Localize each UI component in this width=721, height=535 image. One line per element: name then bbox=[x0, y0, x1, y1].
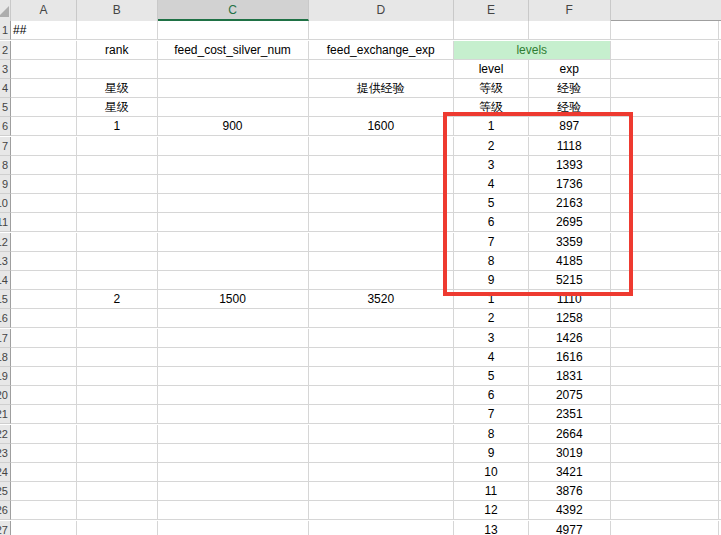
cell[interactable] bbox=[309, 137, 455, 156]
cell[interactable] bbox=[11, 463, 77, 482]
cell[interactable] bbox=[11, 271, 77, 290]
cell-E5[interactable]: 等级 bbox=[454, 98, 529, 117]
cell[interactable] bbox=[158, 271, 309, 290]
cell[interactable] bbox=[611, 252, 720, 271]
cell[interactable] bbox=[77, 137, 158, 156]
cell-F19[interactable]: 1831 bbox=[529, 367, 611, 386]
cell[interactable] bbox=[309, 329, 455, 348]
cell[interactable] bbox=[77, 367, 158, 386]
row-header-25[interactable]: 25 bbox=[0, 482, 11, 501]
column-header-B[interactable]: B bbox=[77, 0, 158, 21]
cell-F20[interactable]: 2075 bbox=[529, 386, 611, 405]
cell[interactable] bbox=[158, 194, 309, 213]
cell[interactable] bbox=[611, 444, 720, 463]
cell-F21[interactable]: 2351 bbox=[529, 405, 611, 424]
cell[interactable] bbox=[158, 367, 309, 386]
cell[interactable] bbox=[309, 175, 455, 194]
cell-E6[interactable]: 1 bbox=[454, 117, 529, 136]
cell[interactable] bbox=[158, 175, 309, 194]
cell[interactable] bbox=[77, 501, 158, 520]
cell-F17[interactable]: 1426 bbox=[529, 329, 611, 348]
cell[interactable] bbox=[309, 156, 455, 175]
row-header-3[interactable]: 3 bbox=[0, 60, 11, 79]
cell[interactable] bbox=[158, 501, 309, 520]
cell-C2[interactable]: feed_cost_silver_num bbox=[158, 41, 309, 60]
cell[interactable] bbox=[309, 444, 455, 463]
cell-F18[interactable]: 1616 bbox=[529, 348, 611, 367]
row-header-4[interactable]: 4 bbox=[0, 79, 11, 98]
cell[interactable] bbox=[309, 213, 455, 232]
row-header-17[interactable]: 17 bbox=[0, 329, 11, 348]
cell[interactable] bbox=[611, 425, 720, 444]
cell-E27[interactable]: 13 bbox=[454, 521, 529, 535]
cell[interactable] bbox=[11, 405, 77, 424]
cell-E18[interactable]: 4 bbox=[454, 348, 529, 367]
row-header-18[interactable]: 18 bbox=[0, 348, 11, 367]
cell[interactable] bbox=[309, 463, 455, 482]
cell[interactable] bbox=[158, 425, 309, 444]
cell[interactable] bbox=[11, 444, 77, 463]
cell-E15[interactable]: 1 bbox=[454, 290, 529, 309]
cell[interactable] bbox=[309, 271, 455, 290]
cell[interactable] bbox=[11, 175, 77, 194]
cell[interactable] bbox=[11, 60, 77, 79]
row-header-21[interactable]: 21 bbox=[0, 405, 11, 424]
cell[interactable] bbox=[611, 290, 720, 309]
cell[interactable] bbox=[77, 386, 158, 405]
cell[interactable] bbox=[309, 521, 455, 535]
row-header-26[interactable]: 26 bbox=[0, 501, 11, 520]
row-header-24[interactable]: 24 bbox=[0, 463, 11, 482]
cell[interactable] bbox=[309, 348, 455, 367]
cell[interactable] bbox=[611, 194, 720, 213]
cell-F24[interactable]: 3421 bbox=[529, 463, 611, 482]
cell[interactable] bbox=[611, 329, 720, 348]
row-header-11[interactable]: 11 bbox=[0, 213, 11, 232]
cell[interactable] bbox=[611, 501, 720, 520]
cell[interactable] bbox=[11, 501, 77, 520]
cell[interactable] bbox=[77, 463, 158, 482]
cell[interactable] bbox=[611, 233, 720, 252]
cell-E3[interactable]: level bbox=[454, 60, 529, 79]
cell[interactable] bbox=[309, 98, 455, 117]
cell-D15[interactable]: 3520 bbox=[309, 290, 455, 309]
cell-F22[interactable]: 2664 bbox=[529, 425, 611, 444]
cell-E22[interactable]: 8 bbox=[454, 425, 529, 444]
cell[interactable] bbox=[77, 405, 158, 424]
cell[interactable] bbox=[77, 252, 158, 271]
row-header-20[interactable]: 20 bbox=[0, 386, 11, 405]
merged-cell-levels[interactable]: levels bbox=[454, 41, 611, 60]
cell-B6[interactable]: 1 bbox=[77, 117, 158, 136]
cell[interactable] bbox=[309, 60, 455, 79]
cell-C6[interactable]: 900 bbox=[158, 117, 309, 136]
cell[interactable] bbox=[309, 233, 455, 252]
cell-F8[interactable]: 1393 bbox=[529, 156, 611, 175]
cell[interactable] bbox=[158, 329, 309, 348]
cell-E25[interactable]: 11 bbox=[454, 482, 529, 501]
cell[interactable] bbox=[309, 252, 455, 271]
cell-E10[interactable]: 5 bbox=[454, 194, 529, 213]
cell-E17[interactable]: 3 bbox=[454, 329, 529, 348]
column-header-C[interactable]: C bbox=[158, 0, 309, 21]
cell-F14[interactable]: 5215 bbox=[529, 271, 611, 290]
cell[interactable] bbox=[77, 233, 158, 252]
cell[interactable] bbox=[77, 482, 158, 501]
cell[interactable] bbox=[611, 98, 720, 117]
cell[interactable] bbox=[611, 521, 720, 535]
cell[interactable] bbox=[11, 425, 77, 444]
cell[interactable] bbox=[11, 79, 77, 98]
cell-B4[interactable]: 星级 bbox=[77, 79, 158, 98]
cell[interactable] bbox=[77, 175, 158, 194]
cell-E8[interactable]: 3 bbox=[454, 156, 529, 175]
cell[interactable] bbox=[77, 60, 158, 79]
cell-E16[interactable]: 2 bbox=[454, 309, 529, 328]
cell[interactable] bbox=[309, 194, 455, 213]
cell[interactable] bbox=[309, 21, 455, 40]
row-header-2[interactable]: 2 bbox=[0, 41, 11, 60]
cell[interactable] bbox=[158, 79, 309, 98]
row-header-15[interactable]: 15 bbox=[0, 290, 11, 309]
cell-F25[interactable]: 3876 bbox=[529, 482, 611, 501]
row-header-7[interactable]: 7 bbox=[0, 137, 11, 156]
cell-F3[interactable]: exp bbox=[529, 60, 611, 79]
row-header-12[interactable]: 12 bbox=[0, 233, 11, 252]
cell[interactable] bbox=[11, 386, 77, 405]
